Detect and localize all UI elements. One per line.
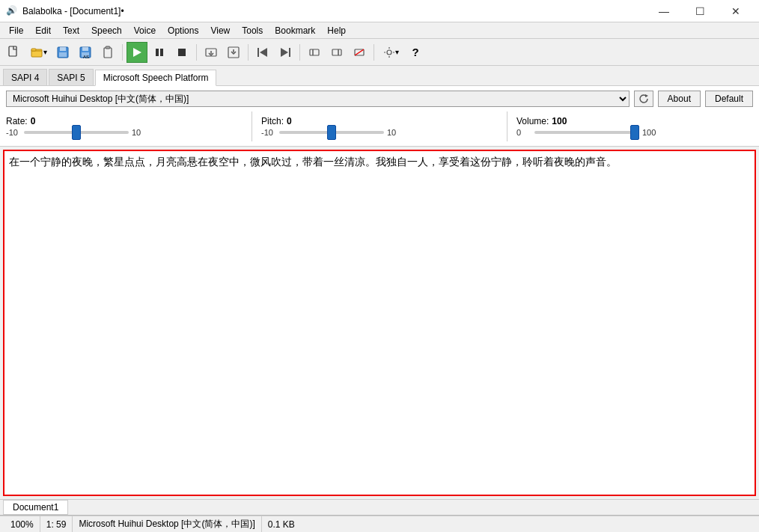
text-area-wrapper: [3, 150, 756, 496]
minimize-button[interactable]: —: [647, 0, 681, 22]
svg-rect-24: [310, 49, 319, 55]
rate-max: 10: [132, 128, 147, 137]
open-button[interactable]: ▾: [25, 42, 51, 63]
clear-marks-button[interactable]: [349, 42, 370, 63]
menu-options[interactable]: Options: [162, 22, 204, 39]
status-bar: 100% 1: 59 Microsoft Huihui Desktop [中文(…: [0, 516, 759, 532]
svg-rect-11: [106, 46, 110, 49]
sapi4-tab[interactable]: SAPI 4: [3, 69, 47, 85]
svg-marker-30: [645, 94, 648, 97]
menu-speech[interactable]: Speech: [85, 22, 128, 39]
svg-rect-10: [104, 48, 112, 58]
window-title: Balabolka - [Document1]•: [22, 6, 124, 16]
refresh-voice-button[interactable]: [634, 91, 653, 107]
volume-slider[interactable]: [534, 131, 639, 134]
svg-rect-15: [178, 49, 186, 56]
help-button[interactable]: ?: [405, 42, 426, 63]
svg-marker-22: [281, 48, 288, 57]
save-button[interactable]: [52, 42, 73, 63]
volume-min: 0: [516, 128, 531, 137]
pause-button[interactable]: [149, 42, 170, 63]
default-button[interactable]: Default: [705, 91, 753, 107]
menu-bookmark[interactable]: Bookmark: [269, 22, 321, 39]
volume-max: 100: [642, 128, 657, 137]
mark-out-button[interactable]: [326, 42, 347, 63]
voice-select[interactable]: Microsoft Huihui Desktop [中文(简体，中国)]: [6, 91, 630, 107]
menu-tools[interactable]: Tools: [236, 22, 269, 39]
svg-rect-0: [9, 46, 16, 56]
rate-min: -10: [6, 128, 21, 137]
msp-tab[interactable]: Microsoft Speech Platform: [95, 70, 217, 86]
settings-dropdown-button[interactable]: ▾: [378, 42, 403, 63]
save-as-button[interactable]: AS: [75, 42, 96, 63]
pitch-slider[interactable]: [279, 131, 384, 134]
help-icon: ?: [412, 46, 418, 58]
svg-rect-7: [82, 47, 88, 51]
svg-marker-20: [260, 48, 267, 57]
window-controls: — ☐ ✕: [647, 0, 753, 22]
menu-help[interactable]: Help: [321, 22, 352, 39]
menu-voice[interactable]: Voice: [128, 22, 162, 39]
status-zoom: 100%: [4, 516, 40, 532]
about-button[interactable]: About: [658, 91, 701, 107]
svg-rect-2: [31, 49, 36, 51]
title-bar: 🔊 Balabolka - [Document1]• — ☐ ✕: [0, 0, 759, 22]
menu-text[interactable]: Text: [57, 22, 85, 39]
export-wav-button[interactable]: [201, 42, 222, 63]
menu-file[interactable]: File: [3, 22, 29, 39]
sapi5-tab[interactable]: SAPI 5: [49, 69, 93, 85]
app-icon: 🔊: [6, 5, 18, 17]
status-filesize: 0.1 KB: [262, 516, 301, 532]
mark-in-button[interactable]: [304, 42, 325, 63]
status-position: 1: 59: [40, 516, 73, 532]
maximize-button[interactable]: ☐: [683, 0, 717, 22]
next-sentence-button[interactable]: [275, 42, 296, 63]
export-split-button[interactable]: [223, 42, 244, 63]
new-button[interactable]: [3, 42, 24, 63]
menu-edit[interactable]: Edit: [29, 22, 57, 39]
svg-line-29: [355, 49, 364, 55]
svg-rect-5: [59, 52, 67, 57]
menu-bar: File Edit Text Speech Voice Options View…: [0, 22, 759, 39]
voice-panel: Microsoft Huihui Desktop [中文(简体，中国)] Abo…: [0, 86, 759, 147]
document-tab[interactable]: Document1: [3, 500, 68, 515]
svg-text:AS: AS: [83, 55, 89, 59]
clipboard-button[interactable]: [97, 42, 118, 63]
prev-sentence-button[interactable]: [252, 42, 273, 63]
main-text-area[interactable]: [4, 151, 755, 495]
svg-rect-14: [160, 49, 163, 56]
play-button[interactable]: [127, 42, 147, 63]
stop-button[interactable]: [171, 42, 192, 63]
close-button[interactable]: ✕: [719, 0, 753, 22]
svg-rect-26: [332, 49, 341, 55]
pitch-min: -10: [261, 128, 276, 137]
svg-rect-13: [156, 49, 159, 56]
sapi-tabs: SAPI 4 SAPI 5 Microsoft Speech Platform: [0, 66, 759, 86]
svg-marker-12: [133, 48, 141, 57]
menu-view[interactable]: View: [204, 22, 236, 39]
rate-slider[interactable]: [24, 131, 129, 134]
toolbar: ▾ AS: [0, 39, 759, 66]
status-voice: Microsoft Huihui Desktop [中文(简体，中国)]: [73, 516, 261, 532]
pitch-max: 10: [387, 128, 402, 137]
svg-rect-4: [60, 47, 66, 51]
